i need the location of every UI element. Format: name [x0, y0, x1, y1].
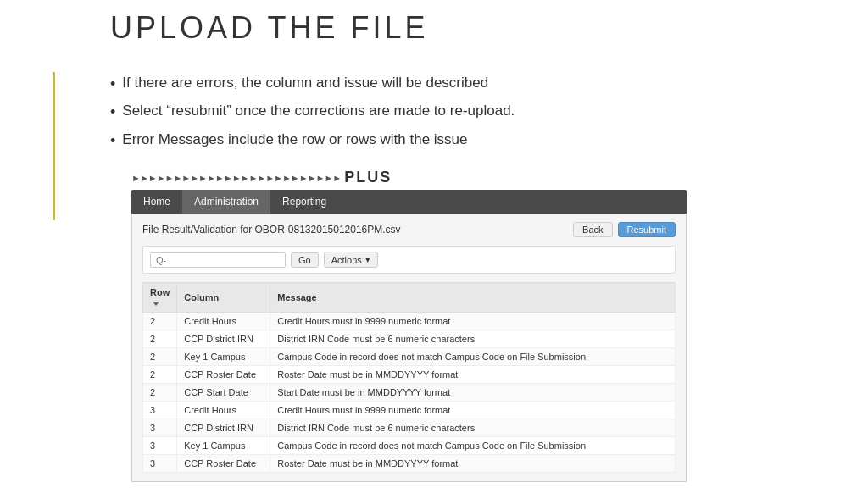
table-row: 3 CCP Roster Date Roster Date must be in…	[143, 455, 676, 473]
cell-message: Credit Hours must in 9999 numeric format	[270, 313, 676, 330]
cell-column: Credit Hours	[177, 313, 270, 330]
cell-row-num: 3	[143, 402, 177, 419]
cell-row-num: 3	[143, 455, 177, 473]
cell-column: CCP Start Date	[177, 384, 270, 402]
cell-row-num: 2	[143, 330, 177, 348]
header-buttons: Back Resubmit	[573, 222, 676, 237]
chevron-down-icon: ▾	[365, 254, 370, 265]
title-area: UpLOAd THE FILE	[110, 10, 428, 46]
cell-row-num: 3	[143, 437, 177, 455]
slide: UpLOAd THE FILE If there are errors, the…	[0, 0, 868, 488]
search-input[interactable]	[150, 252, 286, 268]
bullet-item-2: Select “resubmit” once the corrections a…	[110, 103, 515, 122]
cell-message: District IRN Code must be 6 numeric char…	[270, 419, 676, 437]
nav-item-reporting[interactable]: Reporting	[270, 190, 338, 214]
table-body: 2 Credit Hours Credit Hours must in 9999…	[143, 313, 676, 473]
cell-column: Credit Hours	[177, 402, 270, 419]
actions-button[interactable]: Actions ▾	[324, 252, 378, 268]
accent-bar	[53, 72, 55, 220]
bullet-item-1: If there are errors, the column and issu…	[110, 75, 515, 94]
screenshot-container: ►►►►►►►►►►►►►►►►►►►►►►►►► PLUS Home Admi…	[131, 165, 687, 482]
cell-column: Key 1 Campus	[177, 348, 270, 366]
plus-logo: PLUS	[344, 169, 392, 186]
cell-message: Roster Date must be in MMDDYYYY format	[270, 455, 676, 473]
col-header-column: Column	[177, 283, 270, 313]
cell-column: CCP District IRN	[177, 330, 270, 348]
sort-icon	[153, 302, 159, 306]
file-result-title: File Result/Validation for OBOR-08132015…	[142, 224, 401, 236]
cell-message: Campus Code in record does not match Cam…	[270, 348, 676, 366]
cell-message: Roster Date must be in MMDDYYYY format	[270, 366, 676, 384]
cell-column: CCP District IRN	[177, 419, 270, 437]
col-header-message: Message	[270, 283, 676, 313]
cell-row-num: 2	[143, 348, 177, 366]
table-row: 3 CCP District IRN District IRN Code mus…	[143, 419, 676, 437]
cell-row-num: 2	[143, 313, 177, 330]
go-button[interactable]: Go	[291, 252, 319, 268]
nav-item-administration[interactable]: Administration	[182, 190, 270, 214]
search-row: Go Actions ▾	[142, 246, 676, 274]
cell-column: CCP Roster Date	[177, 455, 270, 473]
bullet-list: If there are errors, the column and issu…	[110, 75, 515, 159]
cell-row-num: 3	[143, 419, 177, 437]
data-table: Row Column Message 2 Credit Hours Credit…	[142, 282, 676, 473]
cell-message: Start Date must be in MMDDYYYY format	[270, 384, 676, 402]
bullet-item-3: Error Messages include the row or rows w…	[110, 131, 515, 151]
cell-column: Key 1 Campus	[177, 437, 270, 455]
table-row: 2 CCP District IRN District IRN Code mus…	[143, 330, 676, 348]
table-row: 2 Credit Hours Credit Hours must in 9999…	[143, 313, 676, 330]
cell-row-num: 2	[143, 384, 177, 402]
plus-header: ►►►►►►►►►►►►►►►►►►►►►►►►► PLUS	[131, 165, 687, 190]
table-row: 2 CCP Roster Date Roster Date must be in…	[143, 366, 676, 384]
table-row: 2 Key 1 Campus Campus Code in record doe…	[143, 348, 676, 366]
cell-message: Campus Code in record does not match Cam…	[270, 437, 676, 455]
table-header-row: Row Column Message	[143, 283, 676, 313]
cell-message: Credit Hours must in 9999 numeric format	[270, 402, 676, 419]
back-button[interactable]: Back	[573, 222, 612, 237]
table-row: 3 Credit Hours Credit Hours must in 9999…	[143, 402, 676, 419]
table-row: 2 CCP Start Date Start Date must be in M…	[143, 384, 676, 402]
resubmit-button[interactable]: Resubmit	[618, 222, 676, 237]
cell-column: CCP Roster Date	[177, 366, 270, 384]
col-header-row: Row	[143, 283, 177, 313]
nav-bar: Home Administration Reporting	[131, 190, 687, 214]
plus-arrows: ►►►►►►►►►►►►►►►►►►►►►►►►►	[131, 173, 341, 183]
file-result-header: File Result/Validation for OBOR-08132015…	[142, 222, 676, 237]
table-row: 3 Key 1 Campus Campus Code in record doe…	[143, 437, 676, 455]
nav-item-home[interactable]: Home	[131, 190, 182, 214]
app-body: File Result/Validation for OBOR-08132015…	[131, 214, 687, 482]
cell-row-num: 2	[143, 366, 177, 384]
page-title: UpLOAd THE FILE	[110, 10, 428, 46]
cell-message: District IRN Code must be 6 numeric char…	[270, 330, 676, 348]
